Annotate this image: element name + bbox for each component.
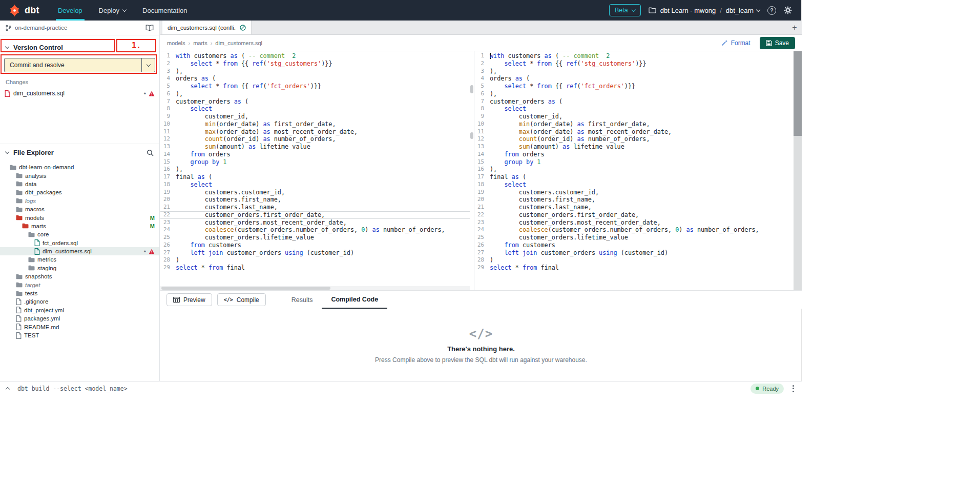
code-line-16[interactable]: 16),	[474, 166, 794, 173]
code-line-12[interactable]: 12 count(order_id) as number_of_orders,	[474, 135, 794, 143]
tab-results[interactable]: Results	[282, 291, 322, 309]
code-line-19[interactable]: 19 customers.customer_id,	[474, 189, 794, 196]
tab-compiled-code[interactable]: Compiled Code	[322, 291, 387, 309]
code-line-8[interactable]: 8 select	[160, 105, 470, 113]
code-line-1[interactable]: 1with customers as ( -- comment 2	[160, 52, 470, 60]
code-line-6[interactable]: 6),	[160, 90, 470, 98]
tree-item-snapshots[interactable]: snapshots	[0, 272, 159, 280]
tree-item-README.md[interactable]: README.md	[0, 323, 159, 331]
code-line-20[interactable]: 20 customers.first_name,	[474, 196, 794, 204]
code-line-4[interactable]: 4orders as (	[474, 75, 794, 83]
code-line-29[interactable]: 29select * from final	[160, 264, 470, 272]
code-line-24[interactable]: 24 coalesce(customer_orders.number_of_or…	[474, 226, 794, 234]
tree-item-packages.yml[interactable]: packages.yml	[0, 314, 159, 323]
commit-dropdown-toggle[interactable]	[141, 58, 155, 72]
code-line-7[interactable]: 7customer_orders as (	[474, 98, 794, 106]
tree-item-models[interactable]: modelsM	[0, 213, 159, 222]
tree-item-logs[interactable]: logs	[0, 197, 159, 205]
code-line-21[interactable]: 21 customers.last_name,	[474, 204, 794, 211]
code-line-15[interactable]: 15 group by 1	[474, 158, 794, 166]
beta-dropdown[interactable]: Beta	[609, 4, 641, 16]
file-explorer-header[interactable]: File Explorer	[0, 144, 159, 159]
dbt-logo[interactable]: dbt	[0, 0, 46, 21]
code-line-14[interactable]: 14 from orders	[160, 151, 470, 158]
scrollbar-thumb[interactable]	[470, 132, 473, 139]
code-line-15[interactable]: 15 group by 1	[160, 158, 470, 166]
tree-item-.gitignore[interactable]: .gitignore	[0, 297, 159, 306]
version-control-header[interactable]: Version Control	[0, 41, 159, 54]
changed-file-dim_customers.sql[interactable]: dim_customers.sql•	[0, 88, 159, 98]
breadcrumb-file[interactable]: dim_customers.sql	[215, 40, 262, 46]
code-line-4[interactable]: 4orders as (	[160, 75, 470, 83]
code-line-17[interactable]: 17final as (	[160, 173, 470, 181]
code-line-23[interactable]: 23 customer_orders.most_recent_order_dat…	[474, 219, 794, 227]
nav-documentation[interactable]: Documentation	[134, 0, 195, 21]
code-line-20[interactable]: 20 customers.first_name,	[160, 196, 470, 204]
commit-and-resolve-button[interactable]: Commit and resolve	[4, 58, 155, 72]
scrollbar-thumb[interactable]	[794, 51, 802, 136]
new-tab-button[interactable]: +	[787, 21, 802, 34]
tree-item-macros[interactable]: macros	[0, 205, 159, 213]
diff-pane-left[interactable]: 1with customers as ( -- comment 22 selec…	[160, 51, 470, 290]
tree-item-dbt_packages[interactable]: dbt_packages	[0, 188, 159, 196]
project-dropdown[interactable]: dbt_learn	[726, 7, 760, 14]
code-line-24[interactable]: 24 coalesce(customer_orders.number_of_or…	[160, 226, 470, 234]
tree-item-marts[interactable]: martsM	[0, 222, 159, 230]
tree-item-fct_orders.sql[interactable]: fct_orders.sql	[0, 239, 159, 247]
settings-gear-icon[interactable]	[784, 6, 792, 14]
tree-item-target[interactable]: target	[0, 280, 159, 289]
command-input[interactable]: dbt build --select <model_name>	[17, 385, 128, 392]
code-line-10[interactable]: 10 min(order_date) as first_order_date,	[474, 120, 794, 128]
diff-pane-right[interactable]: 1with customers as ( -- comment 22 selec…	[474, 51, 794, 290]
save-button[interactable]: Save	[760, 37, 795, 49]
code-line-3[interactable]: 3),	[160, 68, 470, 75]
code-line-19[interactable]: 19 customers.customer_id,	[160, 189, 470, 196]
tree-item-dim_customers.sql[interactable]: dim_customers.sql•	[0, 247, 159, 255]
tab-dim-customers-sql[interactable]: dim_customers.sql (confli...	[162, 21, 252, 34]
code-line-5[interactable]: 5 select * from {{ ref('fct_orders')}}	[474, 83, 794, 90]
format-button[interactable]: Format	[721, 39, 750, 47]
docs-book-icon[interactable]	[145, 25, 154, 31]
code-line-13[interactable]: 13 sum(amount) as lifetime_value	[474, 143, 794, 151]
code-line-16[interactable]: 16),	[160, 166, 470, 173]
tree-item-dbt-learn-on-demand[interactable]: dbt-learn-on-demand	[0, 163, 159, 171]
overflow-menu-icon[interactable]	[791, 384, 796, 394]
account-name[interactable]: dbt Learn - mwong	[660, 7, 716, 14]
left-pane-scrollbar[interactable]	[470, 51, 474, 290]
tree-item-dbt_project.yml[interactable]: dbt_project.yml	[0, 306, 159, 314]
breadcrumb-marts[interactable]: marts	[193, 40, 207, 46]
tree-item-metrics[interactable]: metrics	[0, 255, 159, 264]
nav-deploy[interactable]: Deploy	[91, 0, 134, 21]
code-line-28[interactable]: 28)	[160, 256, 470, 264]
tree-item-analysis[interactable]: analysis	[0, 171, 159, 179]
editor-scrollbar[interactable]	[794, 51, 802, 290]
code-line-5[interactable]: 5 select * from {{ ref('fct_orders')}}	[160, 83, 470, 90]
code-line-26[interactable]: 26 from customers	[160, 242, 470, 249]
code-line-23[interactable]: 23 customer_orders.most_recent_order_dat…	[160, 219, 470, 227]
code-line-25[interactable]: 25 customer_orders.lifetime_value	[160, 234, 470, 242]
code-line-3[interactable]: 3),	[474, 68, 794, 75]
code-line-27[interactable]: 27 left join customer_orders using (cust…	[474, 249, 794, 257]
code-line-18[interactable]: 18 select	[474, 181, 794, 189]
help-button[interactable]: ?	[767, 6, 776, 15]
code-line-14[interactable]: 14 from orders	[474, 151, 794, 158]
code-line-26[interactable]: 26 from customers	[474, 242, 794, 249]
code-line-27[interactable]: 27 left join customer_orders using (cust…	[160, 249, 470, 257]
code-line-2[interactable]: 2 select * from {{ ref('stg_customers')}…	[474, 60, 794, 68]
code-line-25[interactable]: 25 customer_orders.lifetime_value	[474, 234, 794, 242]
search-icon[interactable]	[147, 149, 154, 156]
code-line-21[interactable]: 21 customers.last_name,	[160, 204, 470, 211]
code-line-8[interactable]: 8 select	[474, 105, 794, 113]
code-line-28[interactable]: 28)	[474, 256, 794, 264]
preview-button[interactable]: Preview	[166, 293, 212, 306]
code-line-1[interactable]: 1with customers as ( -- comment 2	[474, 52, 794, 60]
breadcrumb-models[interactable]: models	[167, 40, 185, 46]
tree-item-core[interactable]: core	[0, 230, 159, 238]
tree-item-data[interactable]: data	[0, 180, 159, 188]
expand-panel-chevron-icon[interactable]	[6, 387, 10, 391]
tree-item-tests[interactable]: tests	[0, 289, 159, 297]
code-line-11[interactable]: 11 max(order_date) as most_recent_order_…	[160, 128, 470, 136]
branch-selector[interactable]: on-demand-practice	[0, 21, 159, 35]
code-line-9[interactable]: 9 customer_id,	[474, 113, 794, 120]
horizontal-scrollbar[interactable]	[160, 286, 470, 290]
